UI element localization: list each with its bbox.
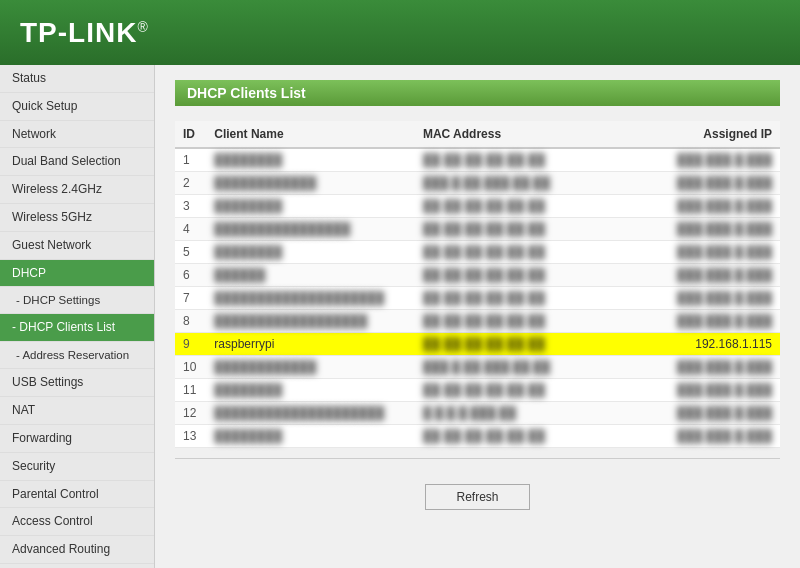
sidebar-item-bandwidth-control[interactable]: Bandwidth Control — [0, 564, 154, 568]
sidebar-item-nat[interactable]: NAT — [0, 397, 154, 425]
cell-ip: ███.███.█.███ — [644, 172, 780, 195]
cell-ip: ███.███.█.███ — [644, 195, 780, 218]
cell-ip: ███.███.█.███ — [644, 264, 780, 287]
cell-ip: ███.███.█.███ — [644, 148, 780, 172]
col-header-id: ID — [175, 121, 206, 148]
content-area: DHCP Clients List ID Client Name MAC Add… — [155, 65, 800, 568]
cell-mac: ██-██-██-██-██-██ — [415, 218, 644, 241]
page-title: DHCP Clients List — [175, 80, 780, 106]
cell-mac: ██-██-██-██-██-██ — [415, 425, 644, 448]
sidebar-item-usb-settings[interactable]: USB Settings — [0, 369, 154, 397]
cell-mac: █.█.█.█.███.██ — [415, 402, 644, 425]
cell-name: ████████████ — [206, 356, 415, 379]
cell-id: 1 — [175, 148, 206, 172]
sidebar-item-access-control[interactable]: Access Control — [0, 508, 154, 536]
cell-id: 6 — [175, 264, 206, 287]
cell-name: ████████████████████ — [206, 287, 415, 310]
cell-ip: ███.███.█.███ — [644, 379, 780, 402]
table-row: 6████████-██-██-██-██-█████.███.█.███ — [175, 264, 780, 287]
refresh-button[interactable]: Refresh — [425, 484, 529, 510]
sidebar-item-forwarding[interactable]: Forwarding — [0, 425, 154, 453]
table-row: 3██████████-██-██-██-██-█████.███.█.███ — [175, 195, 780, 218]
cell-name: raspberrypi — [206, 333, 415, 356]
cell-ip: 192.168.1.115 — [644, 333, 780, 356]
table-row: 13██████████-██-██-██-██-█████.███.█.███ — [175, 425, 780, 448]
cell-mac: ██-██-██-██-██-██ — [415, 379, 644, 402]
table-row: 9raspberrypi██-██-██-██-██-██192.168.1.1… — [175, 333, 780, 356]
cell-mac: ███.█.██.███.██.██ — [415, 172, 644, 195]
cell-name: ████████ — [206, 425, 415, 448]
cell-ip: ███.███.█.███ — [644, 287, 780, 310]
cell-id: 8 — [175, 310, 206, 333]
cell-id: 10 — [175, 356, 206, 379]
sidebar-item-dual-band[interactable]: Dual Band Selection — [0, 148, 154, 176]
cell-ip: ███.███.█.███ — [644, 241, 780, 264]
cell-name: ████████ — [206, 148, 415, 172]
cell-name: ████████ — [206, 379, 415, 402]
cell-ip: ███.███.█.███ — [644, 402, 780, 425]
sidebar-item-security[interactable]: Security — [0, 453, 154, 481]
cell-ip: ███.███.█.███ — [644, 218, 780, 241]
cell-id: 3 — [175, 195, 206, 218]
table-row: 8████████████████████-██-██-██-██-█████.… — [175, 310, 780, 333]
cell-id: 9 — [175, 333, 206, 356]
cell-name: ██████ — [206, 264, 415, 287]
cell-ip: ███.███.█.███ — [644, 356, 780, 379]
cell-mac: ██-██-██-██-██-██ — [415, 195, 644, 218]
table-row: 11██████████-██-██-██-██-█████.███.█.███ — [175, 379, 780, 402]
cell-id: 7 — [175, 287, 206, 310]
cell-name: ████████████████ — [206, 218, 415, 241]
cell-mac: ██-██-██-██-██-██ — [415, 310, 644, 333]
table-row: 2███████████████.█.██.███.██.█████.███.█… — [175, 172, 780, 195]
dhcp-clients-table: ID Client Name MAC Address Assigned IP 1… — [175, 121, 780, 448]
sidebar-item-dhcp-settings[interactable]: - DHCP Settings — [0, 287, 154, 314]
sidebar-item-network[interactable]: Network — [0, 121, 154, 149]
button-bar: Refresh — [175, 474, 780, 520]
table-row: 7██████████████████████-██-██-██-██-████… — [175, 287, 780, 310]
cell-id: 5 — [175, 241, 206, 264]
sidebar-item-address-reservation[interactable]: - Address Reservation — [0, 342, 154, 369]
main-layout: StatusQuick SetupNetworkDual Band Select… — [0, 65, 800, 568]
sidebar-item-parental-control[interactable]: Parental Control — [0, 481, 154, 509]
cell-id: 13 — [175, 425, 206, 448]
sidebar-item-guest-network[interactable]: Guest Network — [0, 232, 154, 260]
cell-name: ████████ — [206, 241, 415, 264]
col-header-name: Client Name — [206, 121, 415, 148]
sidebar-item-wireless24[interactable]: Wireless 2.4GHz — [0, 176, 154, 204]
sidebar: StatusQuick SetupNetworkDual Band Select… — [0, 65, 155, 568]
cell-name: ██████████████████ — [206, 310, 415, 333]
table-row: 12█████████████████████.█.█.█.███.█████.… — [175, 402, 780, 425]
cell-id: 11 — [175, 379, 206, 402]
cell-mac: ██-██-██-██-██-██ — [415, 148, 644, 172]
cell-id: 4 — [175, 218, 206, 241]
cell-ip: ███.███.█.███ — [644, 310, 780, 333]
sidebar-item-dhcp[interactable]: DHCP — [0, 260, 154, 288]
cell-mac: ███.█.██.███.██.██ — [415, 356, 644, 379]
divider — [175, 458, 780, 459]
cell-mac: ██-██-██-██-██-██ — [415, 287, 644, 310]
cell-ip: ███.███.█.███ — [644, 425, 780, 448]
sidebar-item-wireless5[interactable]: Wireless 5GHz — [0, 204, 154, 232]
col-header-ip: Assigned IP — [644, 121, 780, 148]
cell-id: 2 — [175, 172, 206, 195]
table-row: 10███████████████.█.██.███.██.█████.███.… — [175, 356, 780, 379]
header: TP-LINK® — [0, 0, 800, 65]
logo: TP-LINK® — [20, 17, 149, 49]
col-header-mac: MAC Address — [415, 121, 644, 148]
sidebar-item-advanced-routing[interactable]: Advanced Routing — [0, 536, 154, 564]
sidebar-item-status[interactable]: Status — [0, 65, 154, 93]
cell-mac: ██-██-██-██-██-██ — [415, 241, 644, 264]
cell-name: ████████████ — [206, 172, 415, 195]
cell-name: ████████ — [206, 195, 415, 218]
sidebar-item-quick-setup[interactable]: Quick Setup — [0, 93, 154, 121]
cell-id: 12 — [175, 402, 206, 425]
cell-mac: ██-██-██-██-██-██ — [415, 264, 644, 287]
cell-name: ████████████████████ — [206, 402, 415, 425]
table-row: 5██████████-██-██-██-██-█████.███.█.███ — [175, 241, 780, 264]
table-row: 1██████████-██-██-██-██-█████.███.█.███ — [175, 148, 780, 172]
table-row: 4██████████████████-██-██-██-██-█████.██… — [175, 218, 780, 241]
sidebar-item-dhcp-clients[interactable]: - DHCP Clients List — [0, 314, 154, 342]
cell-mac: ██-██-██-██-██-██ — [415, 333, 644, 356]
